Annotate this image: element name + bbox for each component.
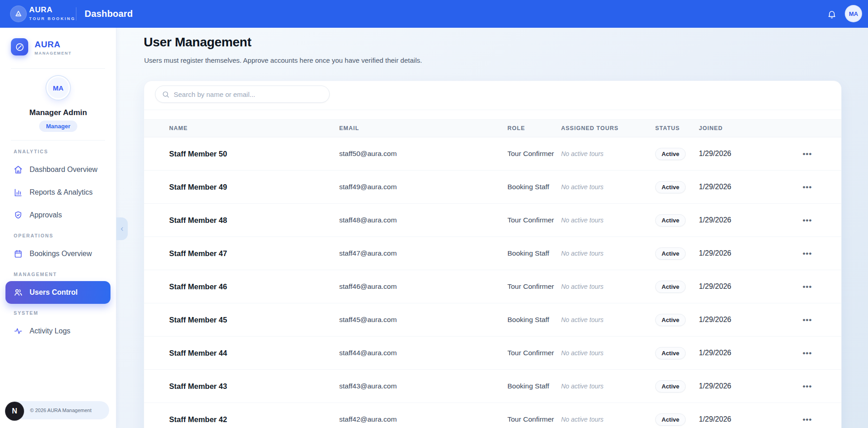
joined-date: 1/29/2026 xyxy=(699,216,776,224)
user-name: Staff Member 44 xyxy=(169,349,339,358)
user-email: staff49@aura.com xyxy=(339,183,507,191)
assigned-tours-text: No active tours xyxy=(561,416,655,423)
profile-name: Manager Admin xyxy=(0,108,116,117)
chevron-left-icon xyxy=(119,226,125,232)
actions-cell: ••• xyxy=(776,181,814,194)
table-row: Staff Member 50 staff50@aura.com Tour Co… xyxy=(144,137,841,171)
nav-section-analytics: ANALYTICS xyxy=(0,142,116,158)
row-actions-menu-button[interactable]: ••• xyxy=(801,181,814,194)
main-content: User Management Users must register them… xyxy=(116,28,868,428)
status-badge: Active xyxy=(655,413,686,426)
profile-role-badge: Manager xyxy=(39,121,77,132)
assigned-tours-text: No active tours xyxy=(561,217,655,224)
status-badge: Active xyxy=(655,247,686,260)
sidebar-item-approvals[interactable]: Approvals xyxy=(5,204,110,227)
status-badge: Active xyxy=(655,148,686,160)
row-actions-menu-button[interactable]: ••• xyxy=(801,413,814,426)
sidebar-item-activity-logs[interactable]: Activity Logs xyxy=(5,320,110,342)
row-actions-menu-button[interactable]: ••• xyxy=(801,380,814,393)
joined-date: 1/29/2026 xyxy=(699,316,776,324)
user-email: staff45@aura.com xyxy=(339,316,507,324)
column-header-assigned-tours: ASSIGNED TOURS xyxy=(561,125,655,131)
row-actions-menu-button[interactable]: ••• xyxy=(801,147,814,161)
search-box xyxy=(155,86,330,103)
sidebar-brand-lockup: AURA MANAGEMENT xyxy=(35,40,72,55)
status-cell: Active xyxy=(655,281,699,293)
actions-cell: ••• xyxy=(776,280,814,293)
actions-cell: ••• xyxy=(776,347,814,360)
management-logo-icon xyxy=(11,38,28,55)
actions-cell: ••• xyxy=(776,247,814,260)
status-cell: Active xyxy=(655,347,699,359)
sidebar-item-dashboard-overview[interactable]: Dashboard Overview xyxy=(5,158,110,181)
joined-date: 1/29/2026 xyxy=(699,415,776,423)
profile-role-badge-wrap: Manager xyxy=(0,121,116,132)
user-name: Staff Member 46 xyxy=(169,282,339,291)
table-row: Staff Member 45 staff45@aura.com Booking… xyxy=(144,303,841,337)
assigned-tours-text: No active tours xyxy=(561,383,655,390)
assigned-tours-text: No active tours xyxy=(561,283,655,290)
table-row: Staff Member 48 staff48@aura.com Tour Co… xyxy=(144,204,841,237)
user-name: Staff Member 47 xyxy=(169,249,339,258)
sidebar-brand-name: AURA xyxy=(35,40,72,50)
user-email: staff43@aura.com xyxy=(339,382,507,390)
table-row: Staff Member 42 staff42@aura.com Tour Co… xyxy=(144,403,841,428)
topbar-divider xyxy=(76,7,76,20)
row-actions-menu-button[interactable]: ••• xyxy=(801,247,814,260)
joined-date: 1/29/2026 xyxy=(699,382,776,390)
user-email: staff44@aura.com xyxy=(339,349,507,357)
topbar-page-title: Dashboard xyxy=(85,9,133,19)
row-actions-menu-button[interactable]: ••• xyxy=(801,347,814,360)
actions-cell: ••• xyxy=(776,313,814,327)
brand-tagline: TOUR BOOKING xyxy=(29,16,75,21)
row-actions-menu-button[interactable]: ••• xyxy=(801,313,814,327)
user-role: Tour Confirmer xyxy=(507,282,561,292)
nextjs-dev-indicator[interactable]: N xyxy=(5,402,24,420)
row-actions-menu-button[interactable]: ••• xyxy=(801,280,814,293)
row-actions-menu-button[interactable]: ••• xyxy=(801,214,814,227)
status-cell: Active xyxy=(655,314,699,326)
table-row: Staff Member 44 staff44@aura.com Tour Co… xyxy=(144,337,841,370)
sidebar-item-label: Bookings Overview xyxy=(30,250,92,258)
status-cell: Active xyxy=(655,181,699,193)
actions-cell: ••• xyxy=(776,214,814,227)
shield-check-icon xyxy=(14,211,23,220)
user-email: staff42@aura.com xyxy=(339,415,507,423)
sidebar-collapse-handle[interactable] xyxy=(116,217,128,240)
actions-cell: ••• xyxy=(776,413,814,426)
nav-section-system: SYSTEM xyxy=(0,304,116,320)
status-cell: Active xyxy=(655,214,699,227)
status-badge: Active xyxy=(655,347,686,359)
joined-date: 1/29/2026 xyxy=(699,349,776,357)
user-role: Booking Staff xyxy=(507,381,561,391)
search-icon xyxy=(162,91,170,98)
sidebar-item-reports-analytics[interactable]: Reports & Analytics xyxy=(5,181,110,204)
assigned-tours-text: No active tours xyxy=(561,316,655,323)
user-role: Tour Confirmer xyxy=(507,348,561,358)
actions-cell: ••• xyxy=(776,380,814,393)
status-badge: Active xyxy=(655,281,686,293)
bar-chart-icon xyxy=(14,188,23,197)
app-logo-icon xyxy=(11,6,26,21)
user-role: Booking Staff xyxy=(507,248,561,258)
assigned-tours-text: No active tours xyxy=(561,183,655,191)
profile-avatar: MA xyxy=(46,76,70,100)
user-role: Booking Staff xyxy=(507,315,561,325)
users-icon xyxy=(14,288,23,297)
user-avatar[interactable]: MA xyxy=(846,6,861,21)
search-input[interactable] xyxy=(174,91,323,98)
sidebar-item-label: Dashboard Overview xyxy=(30,166,97,174)
user-role: Tour Confirmer xyxy=(507,215,561,225)
sidebar-item-users-control[interactable]: Users Control xyxy=(5,281,110,304)
sidebar-item-bookings-overview[interactable]: Bookings Overview xyxy=(5,242,110,265)
notifications-bell-icon[interactable] xyxy=(826,8,838,20)
table-row: Staff Member 43 staff43@aura.com Booking… xyxy=(144,370,841,403)
sidebar-item-label: Users Control xyxy=(30,288,78,297)
assigned-tours-text: No active tours xyxy=(561,349,655,357)
top-app-bar: AURA TOUR BOOKING Dashboard MA xyxy=(0,0,868,28)
joined-date: 1/29/2026 xyxy=(699,150,776,158)
user-role: Tour Confirmer xyxy=(507,149,561,159)
copyright-text: © 2026 AURA Management xyxy=(30,408,91,413)
user-name: Staff Member 50 xyxy=(169,150,339,158)
calendar-icon xyxy=(14,249,23,258)
